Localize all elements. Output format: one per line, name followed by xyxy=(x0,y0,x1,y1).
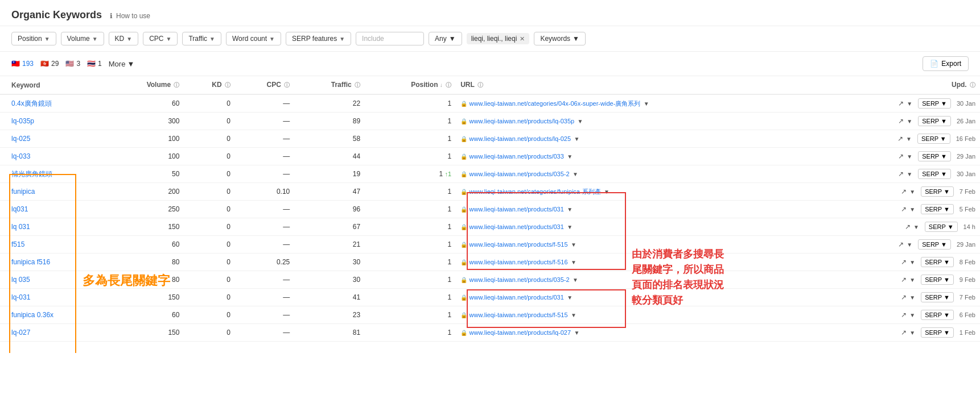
info-icon[interactable]: ⓘ xyxy=(355,82,360,88)
keyword-link[interactable]: lq031 xyxy=(11,205,28,213)
serp-button[interactable]: SERP ▼ xyxy=(921,327,954,338)
trend-icon[interactable]: ↗ xyxy=(901,293,907,301)
trend-icon[interactable]: ↗ xyxy=(901,311,907,319)
keyword-link[interactable]: lq 035 xyxy=(11,276,30,284)
url-link[interactable]: www.lieqi-taiwan.net/products/lq-035p xyxy=(470,118,575,124)
serp-button[interactable]: SERP ▼ xyxy=(918,239,951,250)
include-input-box[interactable]: Include xyxy=(356,32,424,45)
trend-icon[interactable]: ↗ xyxy=(898,152,904,160)
word-count-filter[interactable]: Word count ▼ xyxy=(226,32,281,45)
url-link[interactable]: www.lieqi-taiwan.net/categories/funipica… xyxy=(470,188,601,196)
keyword-link[interactable]: funipica f516 xyxy=(11,258,50,266)
trend-dropdown[interactable]: ▼ xyxy=(913,224,919,230)
url-dropdown-icon[interactable]: ▼ xyxy=(571,259,577,265)
url-dropdown-icon[interactable]: ▼ xyxy=(571,312,577,318)
serp-button[interactable]: SERP ▼ xyxy=(921,204,954,214)
serp-button[interactable]: SERP ▼ xyxy=(918,151,951,161)
remove-tag-icon[interactable]: ✕ xyxy=(520,35,525,43)
info-icon[interactable]: ⓘ xyxy=(284,82,290,88)
url-dropdown-icon[interactable]: ▼ xyxy=(604,189,610,195)
trend-dropdown[interactable]: ▼ xyxy=(909,312,915,318)
trend-icon[interactable]: ↗ xyxy=(901,188,907,196)
flag-hongkong[interactable]: 🇭🇰 29 xyxy=(40,60,59,68)
cpc-filter[interactable]: CPC ▼ xyxy=(143,32,178,45)
info-icon[interactable]: ⓘ xyxy=(446,82,451,88)
url-link[interactable]: www.lieqi-taiwan.net/products/lq-025 xyxy=(470,135,571,142)
url-link[interactable]: www.lieqi-taiwan.net/products/f-515 xyxy=(470,241,568,248)
keyword-link[interactable]: lq-025 xyxy=(11,135,30,143)
url-link[interactable]: www.lieqi-taiwan.net/products/033 xyxy=(470,153,564,160)
trend-dropdown[interactable]: ▼ xyxy=(909,330,915,336)
url-dropdown-icon[interactable]: ▼ xyxy=(644,101,649,107)
trend-dropdown[interactable]: ▼ xyxy=(909,189,915,195)
trend-icon[interactable]: ↗ xyxy=(898,99,904,107)
info-icon[interactable]: ⓘ xyxy=(970,82,975,88)
any-dropdown[interactable]: Any ▼ xyxy=(429,32,462,45)
flag-usa[interactable]: 🇺🇸 3 xyxy=(65,60,80,68)
url-link[interactable]: www.lieqi-taiwan.net/products/031 xyxy=(470,294,564,301)
url-dropdown-icon[interactable]: ▼ xyxy=(567,206,573,213)
serp-button[interactable]: SERP ▼ xyxy=(921,310,954,320)
keyword-link[interactable]: funipica xyxy=(11,188,35,196)
kd-filter[interactable]: KD ▼ xyxy=(109,32,139,45)
url-link[interactable]: www.lieqi-taiwan.net/products/031 xyxy=(470,206,564,213)
trend-icon[interactable]: ↗ xyxy=(898,240,904,248)
trend-icon[interactable]: ↗ xyxy=(901,205,907,213)
serp-button[interactable]: SERP ▼ xyxy=(918,116,951,126)
url-link[interactable]: www.lieqi-taiwan.net/products/f-516 xyxy=(470,259,568,265)
trend-dropdown[interactable]: ▼ xyxy=(909,277,915,283)
url-link[interactable]: www.lieqi-taiwan.net/products/f-515 xyxy=(470,311,568,318)
how-to-use-link[interactable]: ℹ How to use xyxy=(110,12,150,20)
trend-icon[interactable]: ↗ xyxy=(898,170,904,178)
serp-button[interactable]: SERP ▼ xyxy=(918,98,951,109)
export-button[interactable]: 📄 Export xyxy=(923,56,969,71)
trend-dropdown[interactable]: ▼ xyxy=(907,153,912,160)
url-dropdown-icon[interactable]: ▼ xyxy=(567,153,573,160)
keyword-link[interactable]: funipica 0.36x xyxy=(11,311,53,319)
serp-button[interactable]: SERP ▼ xyxy=(925,222,958,232)
serp-button[interactable]: SERP ▼ xyxy=(917,134,950,144)
url-dropdown-icon[interactable]: ▼ xyxy=(574,136,579,142)
trend-dropdown[interactable]: ▼ xyxy=(906,136,912,142)
url-link[interactable]: www.lieqi-taiwan.net/categories/04x-06x-… xyxy=(470,99,641,108)
url-dropdown-icon[interactable]: ▼ xyxy=(578,118,583,124)
url-link[interactable]: www.lieqi-taiwan.net/products/031 xyxy=(470,223,564,230)
trend-dropdown[interactable]: ▼ xyxy=(909,294,915,301)
keyword-link[interactable]: lq-035p xyxy=(11,117,34,125)
trend-icon[interactable]: ↗ xyxy=(901,258,907,266)
serp-button[interactable]: SERP ▼ xyxy=(921,275,954,285)
url-link[interactable]: www.lieqi-taiwan.net/products/lq-027 xyxy=(470,329,571,336)
url-link[interactable]: www.lieqi-taiwan.net/products/035-2 xyxy=(470,171,570,177)
more-button[interactable]: More ▼ xyxy=(109,60,135,68)
url-dropdown-icon[interactable]: ▼ xyxy=(567,294,573,301)
trend-dropdown[interactable]: ▼ xyxy=(907,101,912,107)
keywords-dropdown[interactable]: Keywords ▼ xyxy=(534,32,586,45)
flag-taiwan[interactable]: 🇹🇼 193 xyxy=(11,60,34,68)
flag-thailand[interactable]: 🇹🇭 1 xyxy=(87,60,102,68)
keyword-link[interactable]: lq 031 xyxy=(11,223,30,231)
keyword-link[interactable]: lq-033 xyxy=(11,152,30,160)
trend-dropdown[interactable]: ▼ xyxy=(909,206,915,213)
info-icon[interactable]: ⓘ xyxy=(477,82,483,88)
info-icon[interactable]: ⓘ xyxy=(225,82,230,88)
serp-features-filter[interactable]: SERP features ▼ xyxy=(286,32,351,45)
serp-button[interactable]: SERP ▼ xyxy=(921,292,954,302)
trend-icon[interactable]: ↗ xyxy=(901,329,907,336)
keyword-link[interactable]: f515 xyxy=(11,240,24,248)
trend-icon[interactable]: ↗ xyxy=(905,223,911,231)
serp-button[interactable]: SERP ▼ xyxy=(921,186,954,197)
trend-dropdown[interactable]: ▼ xyxy=(909,259,915,265)
keyword-link[interactable]: 0.4x廣角鏡頭 xyxy=(11,99,52,107)
info-icon[interactable]: ⓘ xyxy=(174,82,179,88)
keyword-link[interactable]: lq-027 xyxy=(11,329,30,336)
trend-dropdown[interactable]: ▼ xyxy=(907,242,912,248)
url-dropdown-icon[interactable]: ▼ xyxy=(574,330,579,336)
url-link[interactable]: www.lieqi-taiwan.net/products/035-2 xyxy=(470,276,570,283)
position-filter[interactable]: Position ▼ xyxy=(11,32,56,45)
volume-filter[interactable]: Volume ▼ xyxy=(61,32,104,45)
trend-dropdown[interactable]: ▼ xyxy=(907,118,912,124)
url-dropdown-icon[interactable]: ▼ xyxy=(573,277,578,283)
url-dropdown-icon[interactable]: ▼ xyxy=(567,224,573,230)
traffic-filter[interactable]: Traffic ▼ xyxy=(182,32,221,45)
serp-button[interactable]: SERP ▼ xyxy=(918,169,951,179)
